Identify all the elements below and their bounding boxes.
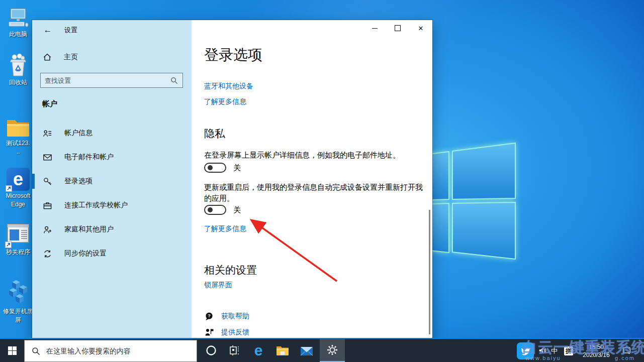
desktop-icon-label: 测试123. — [6, 140, 30, 147]
clock-date: 2020/3/16 — [576, 351, 616, 359]
desktop-icon-label: 秒关程序 — [6, 249, 30, 256]
mail-icon — [300, 345, 313, 356]
feedback-icon — [204, 327, 214, 337]
sidebar-item-email-accounts[interactable]: 电子邮件和帐户 — [32, 147, 192, 167]
sidebar-item-your-info[interactable]: 帐户信息 — [32, 123, 192, 143]
settings-search-input[interactable] — [41, 77, 170, 84]
clock-time: 15:50 — [576, 343, 616, 351]
link-learn-more-privacy[interactable]: 了解更多信息 — [204, 224, 246, 233]
settings-sidebar: ← 设置 主页 帐户 — [32, 20, 192, 338]
toggle-restart-apps[interactable] — [204, 205, 226, 215]
sidebar-item-home[interactable]: 主页 — [32, 49, 192, 65]
twitter-tray-icon[interactable] — [517, 342, 534, 359]
sidebar-item-label: 帐户信息 — [64, 129, 93, 138]
recycle-bin-icon — [7, 53, 29, 77]
gear-icon — [326, 344, 338, 356]
desktop-icon-label-line2: 屏 — [15, 316, 21, 323]
task-view-button[interactable] — [223, 339, 245, 362]
volume-tray-icon[interactable] — [536, 339, 549, 362]
link-bluetooth-devices[interactable]: 蓝牙和其他设备 — [204, 82, 253, 91]
ime-language-indicator[interactable]: 中 — [551, 346, 558, 355]
taskbar-edge-button[interactable]: e — [247, 339, 269, 362]
sidebar-item-label: 登录选项 — [64, 177, 93, 186]
desktop-icon-this-pc[interactable]: 此电脑 — [0, 7, 36, 38]
get-help-link[interactable]: 获取帮助 — [221, 312, 249, 321]
sidebar-item-label: 家庭和其他用户 — [64, 225, 114, 234]
svg-text:?: ? — [208, 313, 211, 318]
cortana-icon — [205, 344, 217, 356]
give-feedback-row[interactable]: 提供反馈 — [204, 327, 249, 337]
search-icon — [32, 347, 40, 355]
sidebar-item-label: 主页 — [64, 53, 78, 62]
desktop-icon-fix-black-screen[interactable]: 修复开机黑 屏 — [0, 276, 36, 323]
get-help-row[interactable]: ? 获取帮助 — [204, 311, 249, 321]
toggle-state-label: 关 — [233, 163, 241, 173]
action-center-button[interactable] — [617, 339, 635, 362]
sync-icon — [43, 249, 52, 259]
privacy-setting1-text: 在登录屏幕上显示帐户详细信息，例如我的电子邮件地址。 — [204, 150, 428, 161]
desktop-icon-edge[interactable]: e Microsoft Edge — [0, 168, 36, 208]
person-add-icon — [43, 225, 52, 234]
minimize-button[interactable] — [363, 20, 386, 36]
windows-logo-icon — [8, 346, 17, 355]
window-controls: ✕ — [363, 20, 432, 36]
sidebar-item-family-users[interactable]: 家庭和其他用户 — [32, 219, 192, 239]
twitter-bird-icon — [520, 346, 530, 356]
sidebar-item-work-school[interactable]: 连接工作或学校帐户 — [32, 195, 192, 215]
settings-search-box[interactable] — [40, 73, 183, 88]
ime-mode-indicator[interactable]: 拼 — [564, 346, 573, 355]
sidebar-item-label: 电子邮件和帐户 — [64, 153, 114, 162]
task-view-icon — [228, 344, 240, 356]
this-pc-icon — [7, 7, 30, 29]
taskbar-clock[interactable]: 15:50 2020/3/16 — [576, 343, 616, 359]
toggle-show-account-details[interactable] — [204, 163, 226, 173]
privacy-section-header: 隐私 — [204, 127, 225, 141]
shortcut-arrow-icon — [5, 242, 12, 248]
maximize-button[interactable] — [386, 20, 409, 36]
cortana-button[interactable] — [200, 339, 222, 362]
home-icon — [43, 53, 52, 62]
link-lock-screen[interactable]: 锁屏界面 — [204, 281, 232, 290]
sidebar-item-sync-settings[interactable]: 同步你的设置 — [32, 244, 192, 264]
desktop-icon-quick-shutdown[interactable]: 秒关程序 — [0, 223, 36, 256]
briefcase-icon — [43, 201, 52, 210]
shortcut-arrow-icon — [6, 185, 12, 192]
start-button[interactable] — [0, 339, 24, 362]
window-title: 设置 — [64, 26, 77, 35]
desktop-icon-label: 回收站 — [9, 79, 27, 86]
taskbar-search-input[interactable] — [46, 347, 197, 355]
taskbar-search-box[interactable] — [24, 340, 197, 362]
link-learn-more-top[interactable]: 了解更多信息 — [204, 97, 246, 106]
file-explorer-button[interactable] — [271, 339, 294, 362]
notification-icon — [622, 346, 631, 355]
page-title: 登录选项 — [204, 45, 262, 65]
privacy-setting2-text: 更新或重启后，使用我的登录信息自动完成设备设置并重新打开我的应用。 — [204, 182, 428, 204]
scrollbar-thumb[interactable] — [429, 210, 430, 334]
close-button[interactable]: ✕ — [409, 20, 432, 36]
taskbar-settings-button[interactable] — [320, 339, 345, 362]
sidebar-nav: 帐户信息 电子邮件和帐户 登录选项 — [32, 123, 192, 268]
back-button[interactable]: ← — [39, 23, 56, 37]
folder-icon — [276, 345, 289, 356]
search-icon — [170, 77, 178, 84]
registry-cubes-icon — [6, 276, 31, 306]
desktop-icon-recycle-bin[interactable]: 回收站 — [0, 53, 36, 86]
sidebar-item-label: 同步你的设置 — [64, 249, 107, 258]
desktop-icon-label: 修复开机黑 — [3, 308, 33, 315]
settings-window: ← 设置 主页 帐户 — [32, 20, 432, 338]
folder-icon — [6, 117, 30, 138]
mail-button[interactable] — [296, 339, 318, 362]
desktop-icon-folder-test123[interactable]: 测试123. .. — [0, 117, 36, 155]
contact-card-icon — [43, 129, 52, 138]
desktop-icon-label-line2: .. — [17, 148, 20, 155]
sidebar-item-label: 连接工作或学校帐户 — [64, 201, 128, 210]
toggle-row-show-account-details: 关 — [204, 163, 241, 173]
edge-icon: e — [254, 343, 263, 358]
related-settings-header: 相关的设置 — [204, 263, 257, 277]
edge-icon: e — [7, 168, 30, 191]
settings-main-panel: 登录选项 蓝牙和其他设备 了解更多信息 隐私 在登录屏幕上显示帐户详细信息，例如… — [192, 20, 432, 338]
give-feedback-link[interactable]: 提供反馈 — [221, 328, 249, 337]
sidebar-item-signin-options[interactable]: 登录选项 — [32, 171, 192, 191]
desktop-icon-label: 此电脑 — [9, 31, 27, 38]
desktop-icon-label: Microsoft — [6, 192, 31, 199]
